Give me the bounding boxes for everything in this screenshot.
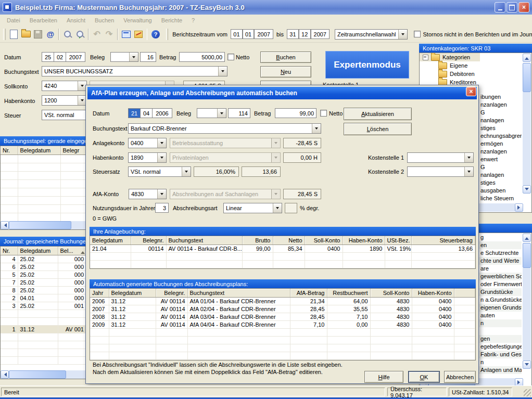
redo-icon[interactable]: ↷ [105,29,113,40]
scroll-thumb[interactable] [523,63,531,92]
beleg-nr-field[interactable]: 16 [140,52,156,62]
open-file-icon[interactable] [21,29,31,40]
table-row[interactable]: 200731.12AV 00114AfA 02/04 - Barkauf CDR… [90,305,475,313]
abbrechen-button[interactable]: Abbrechen [444,371,476,383]
buchungstext-combo[interactable]: UNSER BUCHUNGSSATZ [42,66,227,76]
email-icon[interactable]: @ [46,29,55,40]
tree-item-kategorien[interactable]: Kategorien [420,53,480,61]
column-header[interactable] [454,289,475,298]
dropdown-arrow-icon[interactable] [157,138,166,148]
menu-item[interactable]: Berichte [157,16,187,25]
dropdown-arrow-icon[interactable] [398,30,407,39]
aktualisieren-button[interactable]: Aktualisieren [344,108,412,120]
minimize-button[interactable] [495,2,505,12]
table-row[interactable] [1,318,86,326]
steuer-field[interactable]: VSt. normal [42,110,87,120]
new-file-icon[interactable] [9,29,18,40]
column-header[interactable]: USt-Bez. [385,236,411,245]
table-row[interactable]: 825.02000 [1,287,86,294]
column-header[interactable]: Restbuchwert [327,289,370,298]
sollkonto-combo[interactable]: 4240 [42,81,87,91]
column-header[interactable]: Netto [273,236,305,245]
scroll-thumb[interactable] [9,370,66,379]
column-header[interactable]: Belegnr. [131,236,166,245]
dropdown-arrow-icon[interactable] [273,203,282,213]
period-from-day[interactable]: 01 [231,29,243,39]
dlg-beleg-combo[interactable] [197,108,226,118]
hilfe-button[interactable]: Hilfe [364,371,403,383]
table-row[interactable]: 625.02000 [1,263,86,271]
loeschen-button[interactable]: Löschen [344,123,412,135]
accounts-vscrollbar[interactable] [523,54,531,204]
close-button[interactable]: × [518,2,529,12]
dropdown-arrow-icon[interactable] [157,153,166,162]
table-row[interactable]: 131.12AV 001 [1,326,86,333]
datum-day-field[interactable]: 25 [42,52,54,62]
scroll-down-icon[interactable] [523,185,531,194]
habenkonto-combo[interactable]: 1200 [42,95,87,106]
dropdown-arrow-icon[interactable] [312,124,321,133]
table-row[interactable]: 200831.12AV 00114AfA 03/04 - Barkauf CDR… [90,313,475,321]
menu-item[interactable]: Verwaltung [119,16,156,25]
betrag-field[interactable]: 5000,00 [179,52,225,62]
search-icon[interactable] [63,29,72,40]
column-header[interactable]: Steuerbetrag [411,236,475,245]
column-header[interactable]: Brutto [242,236,273,245]
column-header[interactable]: Nr. [1,247,18,255]
tree-collapse-icon[interactable] [423,55,428,60]
column-header[interactable]: Belegnr. [156,289,187,298]
dlg-beleg-nr-field[interactable]: 114 [228,108,250,118]
netto-checkbox[interactable] [227,54,234,60]
table-row[interactable]: 21.0400114AV 00114 - Barkauf CDR-B...99,… [90,245,475,253]
scroll-right-icon[interactable] [515,203,523,212]
expertenmodus-button[interactable]: Expertenmodus [325,51,409,79]
menu-item[interactable]: ? [187,16,199,25]
kostenstelle1-combo[interactable] [407,152,474,163]
table-row[interactable]: 525.02000 [1,271,86,279]
dlg-buchungstext-combo[interactable]: Barkauf CDR-Brenner [128,123,321,134]
afakonto-combo[interactable]: 4830 [129,189,167,199]
scroll-thumb[interactable] [523,243,531,268]
menu-item[interactable]: Datei [2,16,25,25]
dropdown-arrow-icon[interactable] [182,167,191,176]
resize-grip-icon[interactable] [524,389,531,396]
dlg-datum-day-field[interactable]: 21 [128,108,141,118]
dlg-datum-year-field[interactable]: 2006 [152,108,172,118]
dropdown-arrow-icon[interactable] [217,109,226,118]
menu-item[interactable]: Bearbeiten [25,16,62,25]
beleg-combo[interactable] [110,52,138,62]
column-header[interactable]: Soll-Konto [370,289,412,298]
column-header[interactable]: Haben-Konto [343,236,385,245]
dlg-datum-month-field[interactable]: 04 [140,108,153,118]
ok-button[interactable]: OK [408,371,440,383]
column-header[interactable]: Belegdatum [109,289,156,298]
maximize-button[interactable] [506,2,517,12]
table-row[interactable]: 200931.12AV 00114AfA 04/04 - Barkauf CDR… [90,321,475,329]
dropdown-arrow-icon[interactable] [218,67,227,76]
neu-button[interactable]: Neu [260,66,311,78]
buchen-button[interactable]: Buchen [260,52,311,63]
tree-item-eigene[interactable]: Eigene [420,61,531,70]
dropdown-arrow-icon[interactable] [464,153,473,162]
table-row[interactable] [1,310,86,318]
table-row[interactable]: 204.01000 [1,294,86,302]
scroll-up-icon[interactable] [523,54,531,62]
scroll-left-icon[interactable] [1,221,9,229]
dlg-betrag-field[interactable]: 99,00 [275,108,316,118]
quick-period-select[interactable]: Zeitraumschnellanwahl [335,29,408,40]
sort-arrow-icon[interactable] [81,249,85,254]
kostenstelle2-combo[interactable] [407,166,474,177]
datum-year-field[interactable]: 2007 [66,52,85,62]
anlagekonto-combo[interactable]: 0400 [128,138,167,148]
table-row[interactable]: 200631.12AV 00114AfA 01/04 - Barkauf CDR… [90,298,475,305]
dlg-habenkonto-combo[interactable]: 1890 [128,152,167,163]
table-row[interactable]: 425.02000 [1,255,86,263]
scroll-down-icon[interactable] [523,361,531,369]
scroll-left-icon[interactable] [1,370,9,379]
table-row[interactable]: 725.02000 [1,279,86,287]
period-from-year[interactable]: 2007 [254,29,273,39]
period-to-year[interactable]: 2007 [311,29,330,39]
dropdown-arrow-icon[interactable] [129,53,138,61]
table-row[interactable]: 325.02001 [1,302,86,310]
period-to-month[interactable]: 12 [299,29,311,39]
